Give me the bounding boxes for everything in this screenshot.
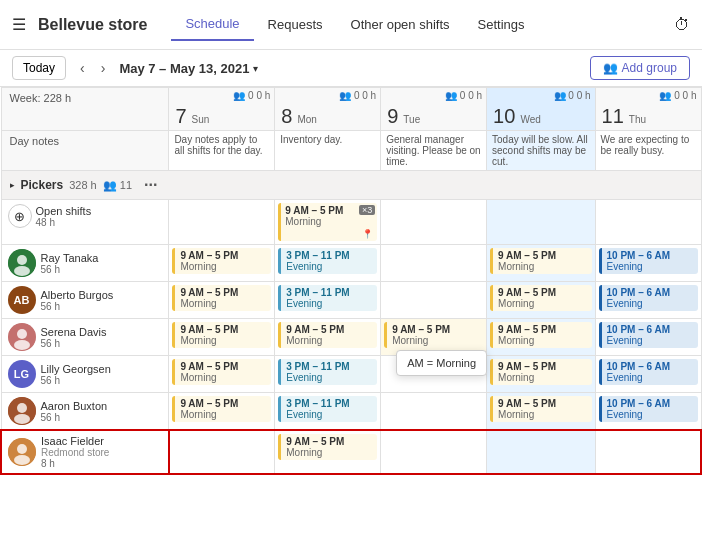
open-shifts-tue[interactable] [381, 200, 487, 245]
alberto-shift-wed[interactable]: 9 AM – 5 PM Morning [490, 285, 591, 311]
alberto-sun[interactable]: 9 AM – 5 PM Morning [169, 282, 275, 319]
open-shifts-row: ⊕ Open shifts 48 h 9 AM – 5 PM Morning ×… [1, 200, 701, 245]
alberto-shift-thu[interactable]: 10 PM – 6 AM Evening [599, 285, 698, 311]
serena-shift-sun[interactable]: 9 AM – 5 PM Morning [172, 322, 271, 348]
header-right: ⏱ [674, 16, 690, 34]
alberto-shift-sun[interactable]: 9 AM – 5 PM Morning [172, 285, 271, 311]
serena-shift-thu[interactable]: 10 PM – 6 AM Evening [599, 322, 698, 348]
top-bar: ☰ Bellevue store Schedule Requests Other… [0, 0, 702, 50]
svg-point-2 [14, 266, 30, 276]
aaron-wed[interactable]: 9 AM – 5 PM Morning [487, 393, 595, 431]
lilly-shift-sun[interactable]: 9 AM – 5 PM Morning [172, 359, 271, 385]
nav-tab-requests[interactable]: Requests [254, 9, 337, 40]
open-shift-block-mon[interactable]: 9 AM – 5 PM Morning ×3 📍 [278, 203, 377, 241]
isaac-wed[interactable] [487, 430, 595, 474]
lilly-wed[interactable]: 9 AM – 5 PM Morning [487, 356, 595, 393]
aaron-shift-sun[interactable]: 9 AM – 5 PM Morning [172, 396, 271, 422]
pickers-expand-icon[interactable]: ▸ [10, 180, 15, 190]
aaron-thu[interactable]: 10 PM – 6 AM Evening [595, 393, 701, 431]
ray-tanaka-shift-mon[interactable]: 3 PM – 11 PM Evening [278, 248, 377, 274]
isaac-mon[interactable]: 9 AM – 5 PM Morning [275, 430, 381, 474]
hours-count-7: 0 h [256, 90, 270, 101]
lilly-sun[interactable]: 9 AM – 5 PM Morning [169, 356, 275, 393]
date-range-caret[interactable]: ▾ [253, 63, 258, 74]
open-shift-count-mon: ×3 [359, 205, 375, 215]
ray-tanaka-shift-thu[interactable]: 10 PM – 6 AM Evening [599, 248, 698, 274]
nav-tab-other-shifts[interactable]: Other open shifts [337, 9, 464, 40]
nav-tab-schedule[interactable]: Schedule [171, 8, 253, 41]
isaac-tue[interactable] [381, 430, 487, 474]
nav-tab-settings[interactable]: Settings [464, 9, 539, 40]
ray-tanaka-wed[interactable]: 9 AM – 5 PM Morning [487, 245, 595, 282]
isaac-fielder-hours: 8 h [41, 458, 109, 469]
alberto-wed[interactable]: 9 AM – 5 PM Morning [487, 282, 595, 319]
aaron-shift-mon[interactable]: 3 PM – 11 PM Evening [278, 396, 377, 422]
hamburger-icon[interactable]: ☰ [12, 15, 26, 34]
ray-tanaka-shift-wed[interactable]: 9 AM – 5 PM Morning [490, 248, 591, 274]
serena-wed[interactable]: 9 AM – 5 PM Morning [487, 319, 595, 356]
pickers-label: Pickers [21, 178, 64, 192]
lilly-mon[interactable]: 3 PM – 11 PM Evening [275, 356, 381, 393]
week-header-cell: Week: 228 h [1, 88, 169, 131]
ray-tanaka-sun[interactable]: 9 AM – 5 PM Morning [169, 245, 275, 282]
serena-mon[interactable]: 9 AM – 5 PM Morning [275, 319, 381, 356]
aaron-tue[interactable] [381, 393, 487, 431]
aaron-sun[interactable]: 9 AM – 5 PM Morning [169, 393, 275, 431]
open-shifts-sun[interactable] [169, 200, 275, 245]
open-shifts-thu[interactable] [595, 200, 701, 245]
serena-sun[interactable]: 9 AM – 5 PM Morning [169, 319, 275, 356]
open-shifts-wed[interactable] [487, 200, 595, 245]
pickers-menu-icon[interactable]: ··· [144, 176, 157, 194]
alberto-shift-mon[interactable]: 3 PM – 11 PM Evening [278, 285, 377, 311]
lilly-tue[interactable] [381, 356, 487, 393]
day-header-10: 👥 0 0 h 10 Wed [487, 88, 595, 131]
prev-week-button[interactable]: ‹ [74, 58, 91, 78]
lilly-shift-wed[interactable]: 9 AM – 5 PM Morning [490, 359, 591, 385]
hours-count-8: 0 h [362, 90, 376, 101]
serena-shift-mon[interactable]: 9 AM – 5 PM Morning [278, 322, 377, 348]
serena-shift-tue[interactable]: 9 AM – 5 PM Morning [384, 322, 483, 348]
alberto-tue[interactable] [381, 282, 487, 319]
history-icon[interactable]: ⏱ [674, 16, 690, 33]
aaron-shift-wed[interactable]: 9 AM – 5 PM Morning [490, 396, 591, 422]
isaac-sun[interactable] [169, 430, 275, 474]
day-header-9: 👥 0 0 h 9 Tue [381, 88, 487, 131]
hours-count-9: 0 h [468, 90, 482, 101]
open-shifts-mon[interactable]: 9 AM – 5 PM Morning ×3 📍 [275, 200, 381, 245]
add-group-button[interactable]: 👥 Add group [590, 56, 690, 80]
day-num-11: 11 [602, 105, 624, 127]
isaac-thu[interactable] [595, 430, 701, 474]
serena-shift-wed[interactable]: 9 AM – 5 PM Morning [490, 322, 591, 348]
serena-davis-hours: 56 h [41, 338, 107, 349]
ray-tanaka-avatar [8, 249, 36, 277]
aaron-shift-thu[interactable]: 10 PM – 6 AM Evening [599, 396, 698, 422]
date-range[interactable]: May 7 – May 13, 2021 [119, 61, 249, 76]
ray-tanaka-mon[interactable]: 3 PM – 11 PM Evening [275, 245, 381, 282]
ray-tanaka-cell: Ray Tanaka 56 h [8, 249, 163, 277]
isaac-shift-mon[interactable]: 9 AM – 5 PM Morning [278, 434, 377, 460]
day-notes-label-cell: Day notes [1, 131, 169, 171]
next-week-button[interactable]: › [95, 58, 112, 78]
ray-tanaka-shift-sun[interactable]: 9 AM – 5 PM Morning [172, 248, 271, 274]
day-num-9: 9 [387, 105, 398, 127]
serena-davis-text: Serena Davis 56 h [41, 326, 107, 349]
lilly-thu[interactable]: 10 PM – 6 AM Evening [595, 356, 701, 393]
open-shift-tooltip-icon: 📍 [285, 229, 373, 239]
employee-row-aaron-buxton: Aaron Buxton 56 h 9 AM – 5 PM Morning 3 … [1, 393, 701, 431]
day-header-7: 👥 0 0 h 7 Sun [169, 88, 275, 131]
aaron-mon[interactable]: 3 PM – 11 PM Evening [275, 393, 381, 431]
today-button[interactable]: Today [12, 56, 66, 80]
day-note-10: Today will be slow. All second shifts ma… [487, 131, 595, 171]
serena-thu[interactable]: 10 PM – 6 AM Evening [595, 319, 701, 356]
lilly-shift-thu[interactable]: 10 PM – 6 AM Evening [599, 359, 698, 385]
day-note-8: Inventory day. [275, 131, 381, 171]
ray-tanaka-thu[interactable]: 10 PM – 6 AM Evening [595, 245, 701, 282]
alberto-mon[interactable]: 3 PM – 11 PM Evening [275, 282, 381, 319]
lilly-shift-mon[interactable]: 3 PM – 11 PM Evening [278, 359, 377, 385]
open-shift-label-mon: Morning [285, 216, 373, 227]
serena-tue[interactable]: 9 AM – 5 PM Morning [381, 319, 487, 356]
ray-tanaka-hours: 56 h [41, 264, 99, 275]
serena-davis-info: Serena Davis 56 h [1, 319, 169, 356]
alberto-thu[interactable]: 10 PM – 6 AM Evening [595, 282, 701, 319]
ray-tanaka-tue[interactable] [381, 245, 487, 282]
